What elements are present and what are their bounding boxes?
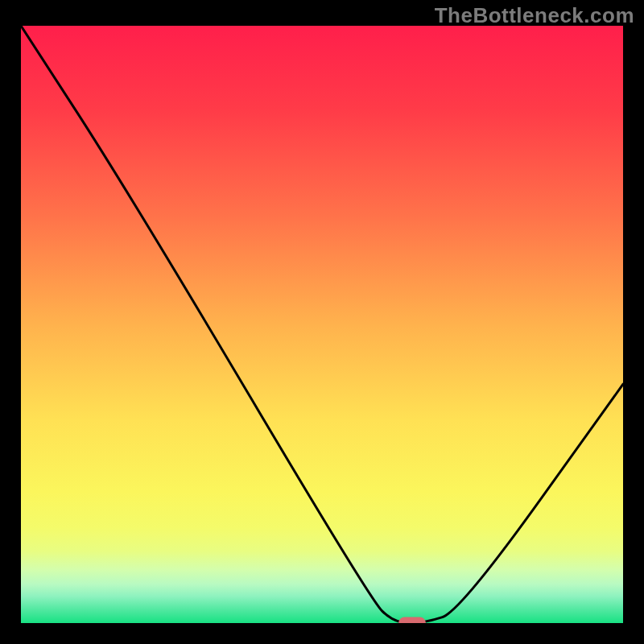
- optimal-marker: [398, 617, 426, 624]
- plot-area: [21, 26, 623, 623]
- chart-frame: TheBottleneck.com: [0, 0, 644, 644]
- watermark-text: TheBottleneck.com: [435, 3, 634, 28]
- bottleneck-curve: [21, 26, 623, 623]
